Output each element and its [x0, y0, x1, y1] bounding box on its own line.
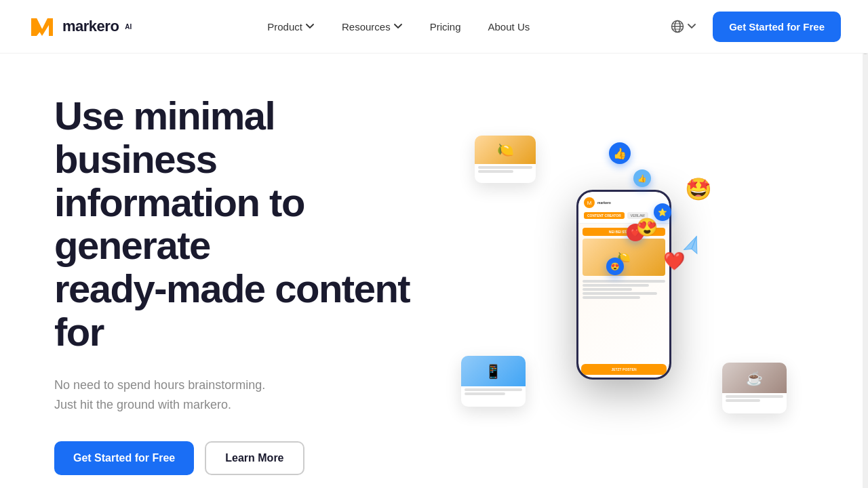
- nav-right: Get Started for Free: [665, 12, 841, 42]
- hero-title: Use minimal business information to gene…: [54, 94, 434, 354]
- nav-links: Product Resources Pricing About Us: [256, 16, 540, 38]
- navbar: markeroAI Product Resources Pricing Abou…: [0, 0, 868, 54]
- float-card-right-bottom: ☕: [722, 363, 787, 413]
- like-reaction-icon: 👍: [609, 142, 631, 164]
- hero-subtitle: No need to spend hours brainstorming. Ju…: [54, 375, 434, 415]
- hero-buttons: Get Started for Free Learn More: [54, 441, 434, 475]
- logo[interactable]: markeroAI: [27, 12, 132, 41]
- float-card-left-bottom: 📱: [461, 356, 526, 407]
- scrollbar[interactable]: [863, 0, 868, 488]
- heart-emoji: ❤️: [663, 251, 685, 272]
- hero-content: Use minimal business information to gene…: [54, 94, 434, 475]
- love-reaction-icon: 😍: [606, 258, 624, 275]
- nav-product[interactable]: Product: [256, 16, 326, 38]
- nav-pricing[interactable]: Pricing: [419, 16, 472, 38]
- nav-cta-button[interactable]: Get Started for Free: [713, 12, 841, 42]
- language-selector[interactable]: [665, 14, 702, 39]
- nav-about[interactable]: About Us: [477, 16, 541, 38]
- logo-ai: AI: [125, 23, 132, 30]
- logo-text: markero: [62, 18, 119, 35]
- like-reaction-small-icon: 👍: [633, 169, 651, 187]
- hero-illustration: 👍 👍 ❤️ 😍 ⭐ 🤩 😍 ❤️ 🍋 📱: [434, 108, 814, 461]
- float-card-left-top: 🍋: [475, 136, 536, 183]
- smile-emoji: 🤩: [685, 176, 712, 202]
- globe-icon: [671, 20, 684, 33]
- love-emoji: 😍: [636, 217, 658, 238]
- hero-cta-secondary-button[interactable]: Learn More: [205, 441, 304, 475]
- chevron-down-icon: [305, 22, 315, 31]
- hero-section: Use minimal business information to gene…: [0, 54, 868, 488]
- nav-resources[interactable]: Resources: [331, 16, 414, 38]
- hero-cta-primary-button[interactable]: Get Started for Free: [54, 441, 194, 475]
- chevron-down-icon: [393, 22, 403, 31]
- logo-icon: [27, 12, 57, 41]
- chevron-down-icon: [687, 22, 696, 31]
